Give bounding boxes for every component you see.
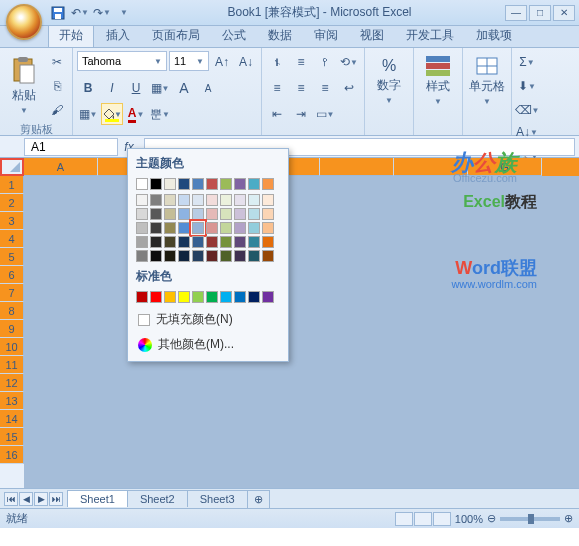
- color-swatch[interactable]: [248, 291, 260, 303]
- cut-icon[interactable]: ✂: [46, 51, 68, 73]
- save-icon[interactable]: [48, 3, 68, 23]
- phonetic-icon[interactable]: 뿐▼: [149, 103, 171, 125]
- color-swatch[interactable]: [248, 194, 260, 206]
- row-header[interactable]: 13: [0, 392, 24, 410]
- row-header[interactable]: 15: [0, 428, 24, 446]
- font-size-select[interactable]: 11▼: [169, 51, 209, 71]
- color-swatch[interactable]: [220, 194, 232, 206]
- color-swatch[interactable]: [248, 178, 260, 190]
- sheet-tab-3[interactable]: Sheet3: [187, 490, 248, 507]
- font-color-button[interactable]: A▼: [125, 103, 147, 125]
- color-swatch[interactable]: [164, 222, 176, 234]
- color-swatch[interactable]: [136, 291, 148, 303]
- tab-data[interactable]: 数据: [258, 24, 302, 47]
- color-swatch[interactable]: [150, 291, 162, 303]
- color-swatch[interactable]: [164, 291, 176, 303]
- color-swatch[interactable]: [262, 250, 274, 262]
- color-swatch[interactable]: [248, 208, 260, 220]
- color-swatch[interactable]: [150, 236, 162, 248]
- color-swatch[interactable]: [192, 178, 204, 190]
- color-swatch[interactable]: [136, 208, 148, 220]
- minimize-button[interactable]: ―: [505, 5, 527, 21]
- sheet-tab-1[interactable]: Sheet1: [67, 490, 128, 507]
- qat-customize-icon[interactable]: ▼: [114, 3, 134, 23]
- paste-button[interactable]: 粘贴 ▼: [4, 56, 44, 116]
- color-swatch[interactable]: [248, 250, 260, 262]
- number-format-button[interactable]: % 数字▼: [369, 51, 409, 111]
- maximize-button[interactable]: □: [529, 5, 551, 21]
- align-bottom-icon[interactable]: ⫯: [314, 51, 336, 73]
- italic-button[interactable]: I: [101, 77, 123, 99]
- office-button[interactable]: [6, 4, 42, 40]
- row-header[interactable]: 12: [0, 374, 24, 392]
- color-swatch[interactable]: [262, 208, 274, 220]
- row-header[interactable]: 5: [0, 248, 24, 266]
- cells-button[interactable]: 单元格▼: [467, 51, 507, 111]
- row-header[interactable]: 16: [0, 446, 24, 464]
- font-shrink-icon[interactable]: A: [197, 77, 219, 99]
- color-swatch[interactable]: [262, 178, 274, 190]
- color-swatch[interactable]: [206, 208, 218, 220]
- border-button[interactable]: ▦▼: [77, 103, 99, 125]
- color-swatch[interactable]: [192, 194, 204, 206]
- color-swatch[interactable]: [220, 236, 232, 248]
- color-swatch[interactable]: [234, 250, 246, 262]
- row-header[interactable]: 1: [0, 176, 24, 194]
- sheet-nav-next[interactable]: ▶: [34, 492, 48, 506]
- decrease-font-icon[interactable]: A↓: [235, 51, 257, 73]
- color-swatch[interactable]: [150, 178, 162, 190]
- zoom-out-button[interactable]: ⊖: [487, 512, 496, 525]
- row-header[interactable]: 14: [0, 410, 24, 428]
- color-swatch[interactable]: [206, 236, 218, 248]
- color-swatch[interactable]: [136, 194, 148, 206]
- color-swatch[interactable]: [248, 236, 260, 248]
- bold-button[interactable]: B: [77, 77, 99, 99]
- row-header[interactable]: 9: [0, 320, 24, 338]
- view-pagebreak-icon[interactable]: [433, 512, 451, 526]
- underline-button[interactable]: U: [125, 77, 147, 99]
- color-swatch[interactable]: [220, 291, 232, 303]
- sheet-nav-first[interactable]: ⏮: [4, 492, 18, 506]
- color-swatch[interactable]: [220, 178, 232, 190]
- copy-icon[interactable]: ⎘: [46, 75, 68, 97]
- color-swatch[interactable]: [262, 222, 274, 234]
- increase-indent-icon[interactable]: ⇥: [290, 103, 312, 125]
- color-swatch[interactable]: [206, 194, 218, 206]
- font-name-select[interactable]: Tahoma▼: [77, 51, 167, 71]
- color-swatch[interactable]: [136, 222, 148, 234]
- color-swatch[interactable]: [178, 250, 190, 262]
- color-swatch[interactable]: [164, 208, 176, 220]
- color-swatch[interactable]: [192, 250, 204, 262]
- color-swatch[interactable]: [192, 208, 204, 220]
- align-center-icon[interactable]: ≡: [290, 77, 312, 99]
- border-icon[interactable]: ▦▼: [149, 77, 171, 99]
- cells-grid[interactable]: [24, 176, 579, 488]
- tab-addins[interactable]: 加载项: [466, 24, 522, 47]
- color-swatch[interactable]: [220, 208, 232, 220]
- styles-button[interactable]: 样式▼: [418, 51, 458, 111]
- view-normal-icon[interactable]: [395, 512, 413, 526]
- color-swatch[interactable]: [262, 194, 274, 206]
- zoom-in-button[interactable]: ⊕: [564, 512, 573, 525]
- tab-view[interactable]: 视图: [350, 24, 394, 47]
- color-swatch[interactable]: [178, 291, 190, 303]
- color-swatch[interactable]: [192, 291, 204, 303]
- color-swatch[interactable]: [164, 178, 176, 190]
- sheet-nav-prev[interactable]: ◀: [19, 492, 33, 506]
- row-header[interactable]: 4: [0, 230, 24, 248]
- merge-icon[interactable]: ▭▼: [314, 103, 336, 125]
- autosum-icon[interactable]: Σ▼: [516, 51, 538, 73]
- color-swatch[interactable]: [178, 178, 190, 190]
- decrease-indent-icon[interactable]: ⇤: [266, 103, 288, 125]
- align-middle-icon[interactable]: ≡: [290, 51, 312, 73]
- color-swatch[interactable]: [136, 236, 148, 248]
- undo-icon[interactable]: ↶▼: [70, 3, 90, 23]
- color-swatch[interactable]: [178, 222, 190, 234]
- color-swatch[interactable]: [164, 236, 176, 248]
- color-swatch[interactable]: [248, 222, 260, 234]
- select-all-button[interactable]: [0, 158, 24, 176]
- column-header[interactable]: A: [24, 158, 98, 176]
- color-swatch[interactable]: [150, 250, 162, 262]
- fill-color-button[interactable]: ▼: [101, 103, 123, 125]
- color-swatch[interactable]: [234, 222, 246, 234]
